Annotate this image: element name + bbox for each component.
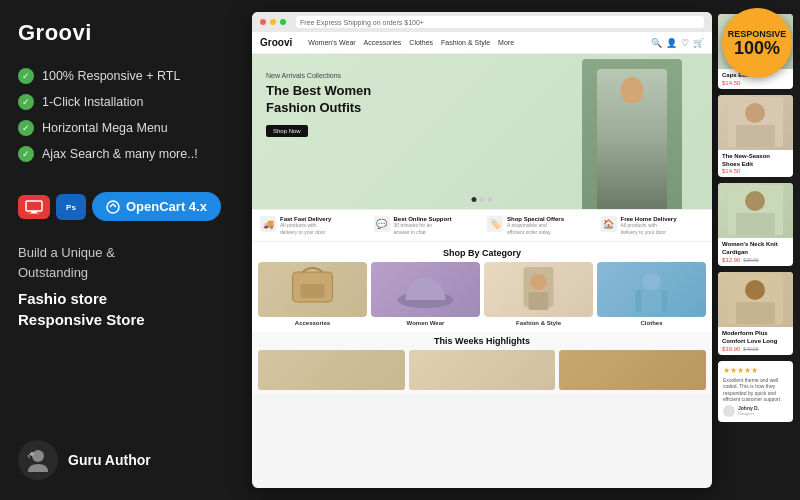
tagline-line2: Outstanding xyxy=(18,265,88,280)
svg-rect-0 xyxy=(26,201,42,211)
side-card-1-price: $14.50 xyxy=(722,80,789,86)
author-info: Guru Author xyxy=(68,451,151,469)
left-panel: Groovi ✓ 100% Responsive + RTL ✓ 1-Click… xyxy=(0,0,248,500)
brand-title: Groovi xyxy=(18,20,230,46)
delivery-desc: All products withdelivery to your door xyxy=(280,222,331,235)
highlights-section: This Weeks Highlights xyxy=(252,332,712,394)
check-icon-4: ✓ xyxy=(18,146,34,162)
home-text: Free Home Delivery All products withdeli… xyxy=(621,216,677,235)
svg-point-5 xyxy=(107,201,119,213)
svg-rect-1 xyxy=(31,211,37,213)
browser-bar: Free Express Shipping on orders $100+ xyxy=(252,12,712,32)
side-card-4-old-price: $49.99 xyxy=(743,346,758,352)
heart-icon[interactable]: ♡ xyxy=(681,38,689,48)
preview-container: Free Express Shipping on orders $100+ Gr… xyxy=(252,12,712,488)
feature-offers: 🏷️ Shop Special Offers A responsible and… xyxy=(483,216,595,235)
feature-item-4: ✓ Ajax Search & many more..! xyxy=(18,146,230,162)
tagline: Build a Unique & Outstanding xyxy=(18,243,230,282)
offers-icon: 🏷️ xyxy=(487,216,503,232)
side-card-3-price: $32.90 xyxy=(722,257,740,263)
cat-hat-image xyxy=(371,262,480,317)
side-card-2-price: $14.50 xyxy=(722,168,789,174)
reviewer: Johny D. Designer xyxy=(723,405,788,417)
cat-fashion-style[interactable]: Fashion & Style xyxy=(484,262,593,326)
svg-rect-9 xyxy=(301,284,325,298)
tech-badges: Ps OpenCart 4.x xyxy=(18,192,230,221)
badge-monitor xyxy=(18,195,50,219)
browser-dot-yellow xyxy=(270,19,276,25)
hero-title: The Best Women Fashion Outfits xyxy=(266,83,386,117)
cat-clothes[interactable]: Clothes xyxy=(597,262,706,326)
svg-rect-28 xyxy=(736,302,775,324)
responsive-percent: 100% xyxy=(734,39,780,57)
support-text: Best Online Support 30 minutes for anans… xyxy=(394,216,452,235)
cat-womens-label: Women Wear xyxy=(371,320,480,326)
right-panel: Caps Edit $14.50 The New-Season Shoes Ed… xyxy=(718,12,800,488)
side-card-4-pricing: $39.90 $49.99 xyxy=(722,346,789,352)
badge-opencart: OpenCart 4.x xyxy=(92,192,221,221)
nav-fashion[interactable]: Fashion & Style xyxy=(441,39,490,46)
opencart-label: OpenCart 4.x xyxy=(126,199,207,214)
nav-accessories[interactable]: Accessories xyxy=(364,39,402,46)
shop-now-button[interactable]: Shop Now xyxy=(266,125,308,137)
cat-fashion-image xyxy=(484,262,593,317)
store-logo: Groovi xyxy=(260,37,292,48)
author-name: Guru Author xyxy=(68,452,151,468)
search-icon[interactable]: 🔍 xyxy=(651,38,662,48)
nav-clothes[interactable]: Clothes xyxy=(409,39,433,46)
feature-support: 💬 Best Online Support 30 minutes for ana… xyxy=(370,216,482,235)
cat-cloth-image xyxy=(597,262,706,317)
support-icon: 💬 xyxy=(374,216,390,232)
side-card-3: Women's Neck Knit Cardigan $32.90 $39.90 xyxy=(718,183,793,266)
browser-dot-green xyxy=(280,19,286,25)
feature-item-3: ✓ Horizontal Mega Menu xyxy=(18,120,230,136)
side-card-4-title: Moderform Plus Comfort Love Long xyxy=(722,330,789,346)
side-card-2-title: The New-Season Shoes Edit xyxy=(722,153,789,169)
feature-delivery: 🚚 Fast Fast Delivery All products withde… xyxy=(256,216,368,235)
side-card-2-image xyxy=(718,95,793,150)
highlight-item-2 xyxy=(409,350,556,390)
side-card-3-image xyxy=(718,183,793,238)
home-icon: 🏠 xyxy=(601,216,617,232)
feature-label-3: Horizontal Mega Menu xyxy=(42,121,168,135)
svg-point-24 xyxy=(745,191,765,211)
user-icon[interactable]: 👤 xyxy=(666,38,677,48)
check-icon-2: ✓ xyxy=(18,94,34,110)
url-text: Free Express Shipping on orders $100+ xyxy=(300,19,424,26)
store-type: Responsive Store xyxy=(18,309,230,330)
cat-womens-wear[interactable]: Women Wear xyxy=(371,262,480,326)
store-nav: Groovi Women's Wear Accessories Clothes … xyxy=(252,32,712,54)
url-bar: Free Express Shipping on orders $100+ xyxy=(296,16,704,28)
svg-point-6 xyxy=(32,450,44,462)
home-desc: All products withdelivery to your door xyxy=(621,222,677,235)
tagline-line1: Build a Unique & xyxy=(18,245,115,260)
hero-section: New Arrivals Collections The Best Women … xyxy=(252,54,712,209)
review-stars: ★★★★★ xyxy=(723,366,788,375)
cart-icon[interactable]: 🛒 xyxy=(693,38,704,48)
cat-bag-image xyxy=(258,262,367,317)
side-card-2-info: The New-Season Shoes Edit $14.50 xyxy=(718,150,793,178)
offers-text: Shop Special Offers A responsible andeff… xyxy=(507,216,564,235)
store-name: Fashio store xyxy=(18,288,230,309)
cat-accessories[interactable]: Accessories xyxy=(258,262,367,326)
feature-item-1: ✓ 100% Responsive + RTL xyxy=(18,68,230,84)
feature-item-2: ✓ 1-Click Installation xyxy=(18,94,230,110)
cat-accessories-label: Accessories xyxy=(258,320,367,326)
nav-womens[interactable]: Women's Wear xyxy=(308,39,355,46)
check-icon-1: ✓ xyxy=(18,68,34,84)
reviewer-avatar xyxy=(723,405,735,417)
nav-more[interactable]: More xyxy=(498,39,514,46)
feature-home-delivery: 🏠 Free Home Delivery All products withde… xyxy=(597,216,709,235)
svg-point-12 xyxy=(531,274,547,290)
nav-icons: 🔍 👤 ♡ 🛒 xyxy=(651,38,704,48)
side-card-2: The New-Season Shoes Edit $14.50 xyxy=(718,95,793,178)
browser-dot-red xyxy=(260,19,266,25)
svg-point-14 xyxy=(643,273,661,291)
check-icon-3: ✓ xyxy=(18,120,34,136)
side-card-3-info: Women's Neck Knit Cardigan $32.90 $39.90 xyxy=(718,238,793,266)
responsive-badge: Responsive 100% xyxy=(722,8,792,78)
side-card-3-old-price: $39.90 xyxy=(743,257,758,263)
delivery-icon: 🚚 xyxy=(260,216,276,232)
store-name-tagline: Fashio store Responsive Store xyxy=(18,288,230,330)
svg-rect-16 xyxy=(642,290,662,312)
